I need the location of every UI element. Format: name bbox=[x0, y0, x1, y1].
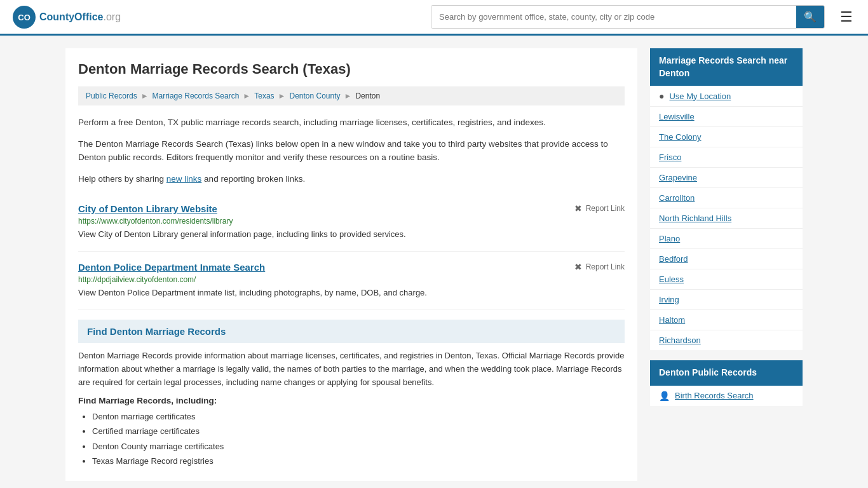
result-url-1[interactable]: https://www.cityofdenton.com/residents/l… bbox=[78, 217, 625, 226]
hamburger-icon: ☰ bbox=[840, 9, 853, 25]
nearby-link-haltom[interactable]: Haltom bbox=[659, 315, 685, 325]
nearby-link-carrollton[interactable]: Carrollton bbox=[659, 193, 695, 203]
menu-button[interactable]: ☰ bbox=[837, 6, 855, 28]
birth-records-search-link[interactable]: Birth Records Search bbox=[675, 391, 754, 400]
find-section-subheader: Find Marriage Records, including: bbox=[78, 396, 625, 405]
nearby-link-north-richland-hills[interactable]: North Richland Hills bbox=[659, 214, 731, 223]
nearby-plano: Plano bbox=[650, 229, 803, 249]
intro-para3: Help others by sharing new links and rep… bbox=[78, 172, 625, 186]
nearby-the-colony: The Colony bbox=[650, 127, 803, 147]
nearby-haltom: Haltom bbox=[650, 310, 803, 330]
nearby-carrollton: Carrollton bbox=[650, 188, 803, 208]
breadcrumb: Public Records ► Marriage Records Search… bbox=[78, 86, 625, 105]
result-title-2[interactable]: Denton Police Department Inmate Search bbox=[78, 262, 265, 273]
result-desc-1: View City of Denton Library general info… bbox=[78, 228, 625, 241]
breadcrumb-sep-3: ► bbox=[278, 92, 286, 100]
nearby-north-richland-hills: North Richland Hills bbox=[650, 208, 803, 229]
result-title-1[interactable]: City of Denton Library Website bbox=[78, 203, 217, 214]
result-header-2: Denton Police Department Inmate Search ✖… bbox=[78, 262, 625, 273]
result-desc-2: View Denton Police Department inmate lis… bbox=[78, 287, 625, 299]
nearby-frisco: Frisco bbox=[650, 147, 803, 168]
search-input[interactable] bbox=[431, 6, 796, 28]
search-button[interactable]: 🔍 bbox=[796, 6, 824, 28]
nearby-link-irving[interactable]: Irving bbox=[659, 295, 679, 304]
nearby-lewisville: Lewisville bbox=[650, 107, 803, 127]
list-item-1: Certified marriage certificates bbox=[92, 424, 625, 438]
public-records-card-body: 👤 Birth Records Search bbox=[650, 386, 803, 406]
breadcrumb-sep-2: ► bbox=[243, 92, 250, 100]
logo-text: CountyOffice.org bbox=[39, 11, 121, 23]
nearby-link-the-colony[interactable]: The Colony bbox=[659, 132, 701, 142]
breadcrumb-public-records[interactable]: Public Records bbox=[86, 92, 137, 100]
nearby-irving: Irving bbox=[650, 290, 803, 310]
breadcrumb-sep-4: ► bbox=[344, 92, 352, 100]
report-link-btn-2[interactable]: ✖ Report Link bbox=[574, 262, 625, 272]
nearby-richardson: Richardson bbox=[650, 330, 803, 350]
result-url-2[interactable]: http://dpdjailview.cityofdenton.com/ bbox=[78, 275, 625, 284]
use-my-location-item: ● Use My Location bbox=[650, 86, 803, 107]
main-container: Denton Marriage Records Search (Texas) P… bbox=[53, 36, 815, 488]
find-section-header: Find Denton Marriage Records bbox=[78, 320, 625, 343]
location-icon: ● bbox=[659, 91, 664, 101]
result-header-1: City of Denton Library Website ✖ Report … bbox=[78, 203, 625, 214]
list-item-3: Texas Marriage Record registries bbox=[92, 454, 625, 468]
nearby-link-bedford[interactable]: Bedford bbox=[659, 254, 688, 264]
report-icon-2: ✖ bbox=[574, 262, 582, 272]
report-link-btn-1[interactable]: ✖ Report Link bbox=[574, 203, 625, 214]
nearby-link-frisco[interactable]: Frisco bbox=[659, 152, 681, 162]
use-my-location-link[interactable]: Use My Location bbox=[669, 92, 731, 101]
list-item-2: Denton County marriage certificates bbox=[92, 439, 625, 454]
nearby-card-body: ● Use My Location Lewisville The Colony … bbox=[650, 86, 803, 350]
logo-link[interactable]: CO CountyOffice.org bbox=[13, 6, 121, 29]
nearby-euless: Euless bbox=[650, 269, 803, 290]
intro-para1: Perform a free Denton, TX public marriag… bbox=[78, 116, 625, 130]
nearby-link-lewisville[interactable]: Lewisville bbox=[659, 112, 695, 121]
content-area: Denton Marriage Records Search (Texas) P… bbox=[65, 48, 637, 481]
result-item-1: City of Denton Library Website ✖ Report … bbox=[78, 193, 625, 252]
new-links-link[interactable]: new links bbox=[166, 174, 202, 184]
breadcrumb-denton-county[interactable]: Denton County bbox=[289, 92, 340, 100]
nearby-bedford: Bedford bbox=[650, 249, 803, 269]
search-icon: 🔍 bbox=[804, 11, 817, 22]
nearby-link-richardson[interactable]: Richardson bbox=[659, 336, 701, 345]
breadcrumb-marriage-records-search[interactable]: Marriage Records Search bbox=[153, 92, 240, 100]
breadcrumb-current: Denton bbox=[355, 92, 380, 100]
nearby-card: Marriage Records Search near Denton ● Us… bbox=[650, 48, 803, 350]
search-bar: 🔍 bbox=[431, 5, 825, 29]
public-records-birth: 👤 Birth Records Search bbox=[650, 386, 803, 406]
public-records-card: Denton Public Records 👤 Birth Records Se… bbox=[650, 360, 803, 406]
person-icon: 👤 bbox=[659, 391, 670, 401]
sidebar: Marriage Records Search near Denton ● Us… bbox=[650, 48, 803, 481]
intro-para2: The Denton Marriage Records Search (Texa… bbox=[78, 137, 625, 165]
nearby-link-grapevine[interactable]: Grapevine bbox=[659, 173, 697, 182]
page-title: Denton Marriage Records Search (Texas) bbox=[78, 61, 625, 78]
find-section-list: Denton marriage certificates Certified m… bbox=[78, 409, 625, 469]
nearby-grapevine: Grapevine bbox=[650, 168, 803, 188]
site-header: CO CountyOffice.org 🔍 ☰ bbox=[0, 0, 868, 36]
nearby-link-plano[interactable]: Plano bbox=[659, 234, 680, 243]
svg-text:CO: CO bbox=[18, 13, 31, 22]
list-item-0: Denton marriage certificates bbox=[92, 409, 625, 424]
nearby-link-euless[interactable]: Euless bbox=[659, 274, 684, 284]
result-item-2: Denton Police Department Inmate Search ✖… bbox=[78, 252, 625, 310]
nearby-card-header: Marriage Records Search near Denton bbox=[650, 48, 803, 86]
report-icon-1: ✖ bbox=[574, 203, 582, 214]
find-section-body: Denton Marriage Records provide informat… bbox=[78, 349, 625, 389]
breadcrumb-sep-1: ► bbox=[141, 92, 149, 100]
breadcrumb-texas[interactable]: Texas bbox=[254, 92, 274, 100]
public-records-card-header: Denton Public Records bbox=[650, 360, 803, 386]
logo-icon: CO bbox=[13, 6, 36, 29]
